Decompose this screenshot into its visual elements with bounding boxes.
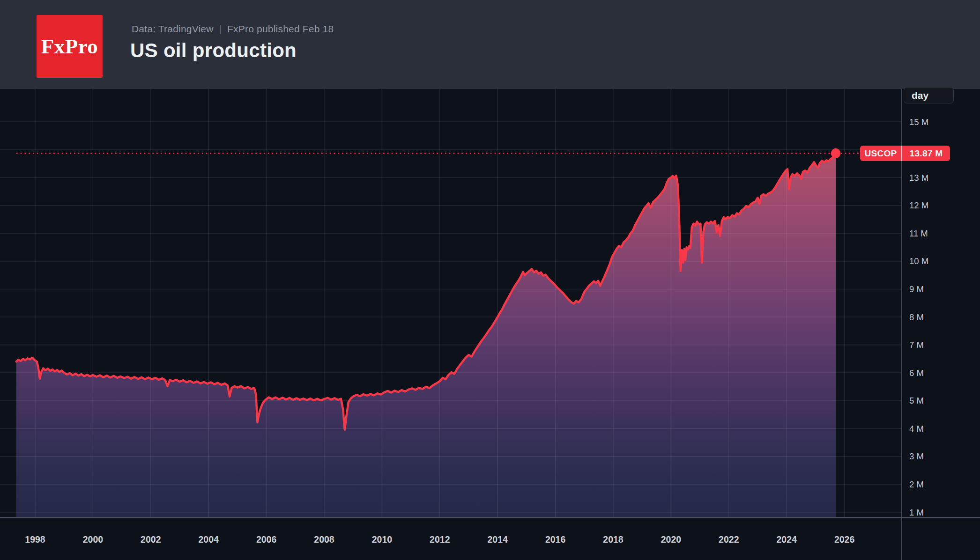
page-title: US oil production xyxy=(130,39,297,62)
published-text: FxPro published Feb 18 xyxy=(227,23,334,35)
fxpro-logo-text: FxPro xyxy=(41,34,98,59)
time-axis[interactable] xyxy=(0,518,902,560)
last-point-marker xyxy=(831,148,841,158)
interval-badge[interactable]: day xyxy=(904,87,954,103)
chart-source-line: Data: TradingView | FxPro published Feb … xyxy=(132,23,334,35)
interval-label: day xyxy=(912,90,928,101)
header: FxPro Data: TradingView | FxPro publishe… xyxy=(0,0,980,89)
price-label-symbol: USCOP xyxy=(860,148,901,159)
price-label-value: 13.87 M xyxy=(902,148,950,159)
fxpro-logo: FxPro xyxy=(37,15,103,78)
separator-bar: | xyxy=(219,24,222,35)
area-fill xyxy=(16,153,836,517)
data-source-text: Data: TradingView xyxy=(132,23,214,35)
price-label: USCOP 13.87 M xyxy=(860,146,950,161)
